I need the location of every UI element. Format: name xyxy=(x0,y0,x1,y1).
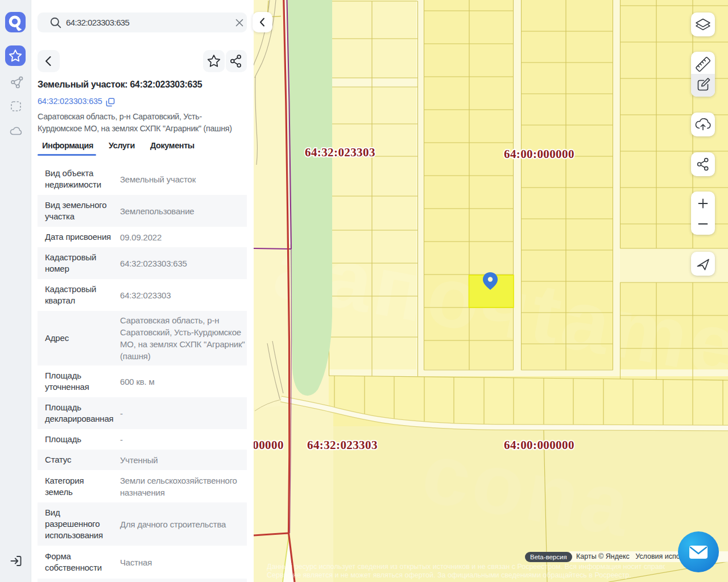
svg-text:64:32:023303: 64:32:023303 xyxy=(307,438,378,452)
svg-text:64:32:023303: 64:32:023303 xyxy=(305,146,375,159)
svg-text:64:00:000000: 64:00:000000 xyxy=(504,147,574,161)
svg-text:64:32:000000: 64:32:000000 xyxy=(254,438,284,452)
svg-text:64:00:000000: 64:00:000000 xyxy=(504,438,574,452)
